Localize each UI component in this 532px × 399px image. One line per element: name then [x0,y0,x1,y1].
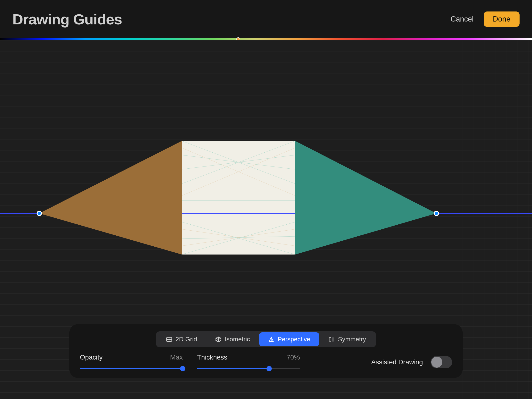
cancel-button[interactable]: Cancel [450,15,474,23]
thickness-value: 70% [287,354,300,361]
segment-label: Isometric [225,336,250,343]
cube-icon [215,336,222,342]
segment-perspective[interactable]: Perspective [259,332,319,346]
thickness-slider-fill [197,368,269,369]
segment-symmetry[interactable]: Symmetry [319,332,375,346]
segment-2d-grid[interactable]: 2D Grid [157,332,206,346]
opacity-slider-block: Opacity Max [80,354,183,369]
toggle-knob [431,357,442,368]
opacity-slider-fill [80,368,183,369]
thickness-label: Thickness [197,354,227,361]
assisted-drawing-toggle[interactable] [431,356,452,368]
grid-icon [166,336,172,342]
guide-type-segmented-wrap: 2D Grid Isometric Perspective Symmetry [80,331,452,347]
symmetry-icon [329,336,335,342]
thickness-slider-thumb[interactable] [266,366,272,371]
guide-type-segmented: 2D Grid Isometric Perspective Symmetry [156,331,376,347]
page-title: Drawing Guides [13,11,122,28]
svg-rect-20 [329,337,331,341]
segment-label: Symmetry [338,336,366,343]
slider-row: Opacity Max Thickness 70% Assisted Drawi… [80,354,452,369]
opacity-label: Opacity [80,354,103,361]
header-bar: Drawing Guides Cancel Done [0,0,532,38]
assisted-drawing-label: Assisted Drawing [371,358,423,366]
vanishing-point-left-handle[interactable] [37,211,42,216]
thickness-slider[interactable] [197,368,300,369]
done-button[interactable]: Done [484,12,519,27]
color-spectrum-bar[interactable] [0,38,532,40]
segment-isometric[interactable]: Isometric [206,332,259,346]
opacity-slider-thumb[interactable] [180,366,185,371]
vanishing-point-right-handle[interactable] [434,211,439,216]
perspective-icon [268,336,274,342]
opacity-slider[interactable] [80,368,183,369]
svg-rect-21 [332,337,334,341]
thickness-slider-block: Thickness 70% [197,354,300,369]
segment-label: Perspective [278,336,310,343]
opacity-value: Max [170,354,183,361]
controls-panel: 2D Grid Isometric Perspective Symmetry [69,324,463,378]
segment-label: 2D Grid [176,336,197,343]
assisted-drawing-block: Assisted Drawing [371,354,452,368]
